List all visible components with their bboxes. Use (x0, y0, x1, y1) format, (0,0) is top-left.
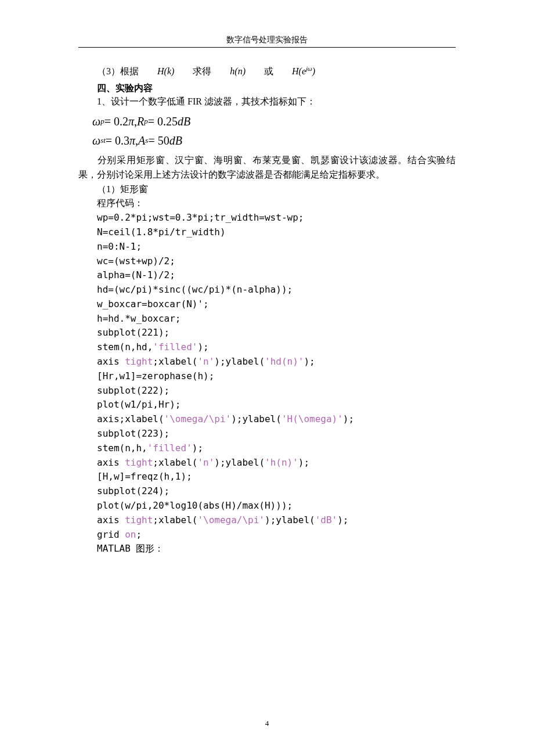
code-segment: axis (97, 356, 125, 367)
code-segment: axis (97, 457, 125, 468)
math-var: k (167, 66, 171, 76)
math-eq: = 0.25 (148, 115, 178, 128)
code-line-17: stem(n,h,'filled'); (78, 441, 456, 456)
code-segment: );ylabel( (231, 413, 282, 424)
code-string: 'n' (197, 356, 214, 367)
math-superscript: jω (306, 65, 312, 72)
code-segment: ;xlabel( (153, 356, 197, 367)
code-segment: ); (298, 457, 309, 468)
code-segment: ); (343, 413, 354, 424)
code-string: '\omega/\pi' (164, 413, 232, 424)
math-r: R (137, 115, 144, 128)
code-segment: grid (97, 529, 125, 540)
code-segment: axis (97, 514, 125, 525)
text-segment: 求得 (174, 64, 211, 79)
page-header-title: 数字信号处理实验报告 (78, 35, 456, 45)
math-var: h (230, 66, 234, 76)
math-hn: h(n) (211, 64, 246, 79)
code-segment: ;xlabel( (153, 457, 197, 468)
math-pi: π (128, 115, 134, 128)
math-eq: = 0.2 (104, 115, 128, 128)
math-hk: H(k) (139, 64, 174, 79)
math-pi: π (129, 134, 135, 147)
code-segment: );ylabel( (265, 514, 315, 525)
code-line-1: wp=0.2*pi;wst=0.3*pi;tr_width=wst-wp; (78, 211, 456, 225)
math-var: H (157, 66, 164, 76)
code-line-18: axis tight;xlabel('n');ylabel('h(n)'); (78, 456, 456, 470)
formula-wp-rp: ωp = 0.2π, Rp = 0.25dB (92, 115, 456, 128)
code-segment: );ylabel( (214, 457, 265, 468)
code-string: 'filled' (147, 442, 192, 453)
code-string: 'n' (197, 457, 214, 468)
code-line-23: grid on; (78, 528, 456, 542)
code-string: 'filled' (153, 341, 197, 352)
code-line-11: axis tight;xlabel('n');ylabel('hd(n)'); (78, 355, 456, 369)
code-line-16: subplot(223); (78, 427, 456, 441)
math-var: H (292, 66, 299, 76)
math-unit: dB (169, 134, 182, 147)
code-keyword: tight (125, 514, 153, 525)
code-keyword: tight (125, 457, 153, 468)
code-line-5: alpha=(N-1)/2; (78, 268, 456, 283)
code-segment: );ylabel( (214, 356, 265, 367)
code-line-21: plot(w/pi,20*log10(abs(H)/max(H))); (78, 499, 456, 513)
code-string: 'hd(n)' (265, 356, 304, 367)
code-segment: ;xlabel( (153, 514, 197, 525)
page-number: 4 (0, 719, 534, 728)
code-string: '\omega/\pi' (197, 514, 265, 525)
header-divider (78, 47, 456, 48)
code-line-14: plot(w1/pi,Hr); (78, 398, 456, 412)
formula-wst-as: ωst = 0.3π, As = 50dB (92, 134, 456, 147)
code-segment: stem(n,hd, (97, 341, 153, 352)
math-var: n (238, 66, 243, 76)
code-segment: ); (192, 442, 203, 453)
line-problem1: 1、设计一个数字低通 FIR 滤波器，其技术指标如下： (78, 95, 456, 109)
code-segment: ); (197, 341, 208, 352)
math-subscript: st (100, 136, 106, 145)
document-page: 数字信号处理实验报告 （3）根据 H(k) 求得 h(n) 或 H(ejω) 四… (0, 0, 534, 579)
math-hejw: H(ejω) (273, 64, 315, 79)
code-segment: ); (337, 514, 348, 525)
label-rect-window: （1）矩形窗 (78, 182, 456, 197)
code-string: 'H(\omega)' (282, 413, 343, 424)
code-line-9: subplot(221); (78, 326, 456, 340)
code-line-7: w_boxcar=boxcar(N)'; (78, 297, 456, 312)
code-line-8: h=hd.*w_boxcar; (78, 312, 456, 326)
code-segment: ; (136, 529, 142, 540)
math-eq: = 0.3 (106, 134, 129, 147)
math-close: ) (312, 66, 315, 76)
code-segment: stem(n,h, (97, 442, 147, 453)
code-string: 'dB' (315, 514, 338, 525)
section-4-title: 四、实验内容 (78, 82, 456, 95)
code-line-15: axis;xlabel('\omega/\pi');ylabel('H(\ome… (78, 412, 456, 427)
code-line-19: [H,w]=freqz(h,1); (78, 470, 456, 484)
math-var: e (302, 66, 306, 76)
code-segment: ); (304, 356, 315, 367)
math-omega: ω (92, 115, 100, 128)
code-line-4: wc=(wst+wp)/2; (78, 254, 456, 269)
math-unit: dB (178, 115, 190, 128)
line-step3: （3）根据 H(k) 求得 h(n) 或 H(ejω) (78, 64, 456, 79)
text-segment: 或 (246, 64, 273, 79)
code-line-13: subplot(222); (78, 384, 456, 398)
label-code: 程序代码： (78, 196, 456, 211)
paragraph-text: 分别采用矩形窗、汉宁窗、海明窗、布莱克曼窗、凯瑟窗设计该滤波器。结合实验结果，分… (78, 155, 456, 179)
math-eq: = 50 (148, 134, 169, 147)
text-segment: （3）根据 (78, 64, 139, 79)
code-line-6: hd=(wc/pi)*sinc((wc/pi)*(n-alpha)); (78, 283, 456, 297)
code-line-24: MATLAB 图形： (78, 542, 456, 556)
code-line-3: n=0:N-1; (78, 240, 456, 254)
math-a: A (138, 134, 145, 147)
code-keyword: on (125, 529, 136, 540)
code-keyword: tight (125, 356, 153, 367)
paragraph-windows: 分别采用矩形窗、汉宁窗、海明窗、布莱克曼窗、凯瑟窗设计该滤波器。结合实验结果，分… (78, 153, 456, 182)
code-line-12: [Hr,w1]=zerophase(h); (78, 369, 456, 384)
code-line-2: N=ceil(1.8*pi/tr_width) (78, 225, 456, 240)
code-line-20: subplot(224); (78, 484, 456, 499)
code-segment: axis;xlabel( (97, 413, 164, 424)
code-line-10: stem(n,hd,'filled'); (78, 340, 456, 355)
code-string: 'h(n)' (265, 457, 298, 468)
math-omega: ω (92, 134, 100, 147)
code-line-22: axis tight;xlabel('\omega/\pi');ylabel('… (78, 513, 456, 528)
